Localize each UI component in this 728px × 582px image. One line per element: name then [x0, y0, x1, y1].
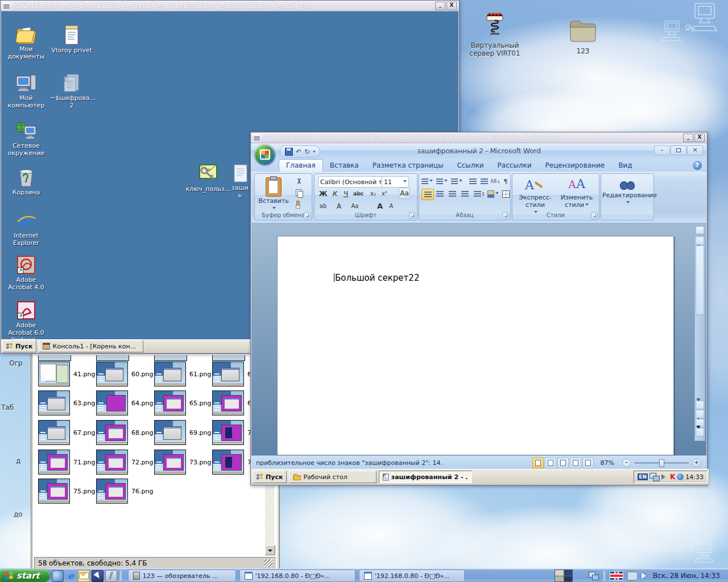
redo-icon[interactable]: ↻: [304, 148, 310, 155]
close-button[interactable]: X: [446, 2, 457, 10]
change-case-button[interactable]: Аа: [350, 201, 360, 211]
scheduler-tray-icon[interactable]: [677, 473, 684, 480]
word-minimize-button[interactable]: –: [654, 146, 670, 155]
remote2-desktop-toolbar[interactable]: Рабочий стол: [289, 471, 377, 483]
file-item[interactable]: 73.png: [154, 450, 211, 475]
draft-view-button[interactable]: [582, 458, 594, 468]
desktop-pager[interactable]: [555, 569, 573, 582]
file-item[interactable]: 75.png: [38, 479, 95, 504]
help-button[interactable]: ?: [693, 161, 702, 170]
close-button[interactable]: X: [694, 134, 705, 142]
web-layout-view-button[interactable]: [557, 458, 569, 468]
resize-grip[interactable]: [264, 559, 272, 567]
file-item[interactable]: 69.png: [154, 420, 211, 445]
cut-icon[interactable]: [295, 177, 304, 185]
paste-button[interactable]: Вставить: [257, 176, 290, 211]
remote2-start-button[interactable]: Пуск: [253, 471, 287, 483]
remote-icon-recycle-bin[interactable]: Корзина: [5, 167, 48, 196]
character-count-status[interactable]: приблизительное число знаков "зашифрован…: [256, 459, 442, 467]
bold-button[interactable]: Ж: [318, 189, 328, 199]
strikethrough-button[interactable]: abc: [353, 189, 363, 199]
italic-button[interactable]: К: [329, 189, 340, 199]
ruler-toggle-button[interactable]: [696, 226, 704, 234]
minimize-button[interactable]: _: [435, 2, 445, 10]
zoom-out-button[interactable]: –: [622, 459, 631, 467]
dialog-launcher-icon[interactable]: [409, 212, 416, 219]
remote-icon-network[interactable]: Сетевое окружение: [5, 122, 48, 157]
remote2-task-word[interactable]: W зашифрованный 2 - ...: [379, 471, 472, 483]
quicklaunch-app-icon[interactable]: [105, 570, 117, 582]
previous-page-button[interactable]: [696, 410, 704, 418]
dialog-launcher-icon[interactable]: [591, 212, 598, 219]
language-indicator[interactable]: EN: [638, 473, 648, 480]
tab-insert[interactable]: Вставка: [323, 160, 366, 172]
file-item[interactable]: 68.png: [96, 420, 153, 445]
window-system-icon[interactable]: [253, 134, 260, 142]
tab-mailings[interactable]: Рассылки: [491, 160, 539, 172]
taskbar-button-rdp2[interactable]: '192.168.0.80 - Ð□Ð»...: [359, 569, 465, 582]
quicklaunch-mail-icon[interactable]: [78, 570, 90, 582]
display-tray-icon[interactable]: [627, 571, 638, 581]
dialog-launcher-icon[interactable]: [304, 212, 311, 219]
speaker-tray-icon[interactable]: [661, 474, 668, 480]
minimize-button[interactable]: _: [683, 134, 693, 142]
window-system-icon[interactable]: [3, 2, 10, 10]
numbering-button[interactable]: [436, 176, 448, 186]
taskbar-button-123-explorer[interactable]: 123 — обозреватель ...: [128, 569, 236, 582]
file-item[interactable]: 64.png: [96, 390, 153, 415]
file-item[interactable]: 6: [212, 390, 251, 415]
save-icon[interactable]: [285, 148, 293, 156]
zoom-in-button[interactable]: +: [692, 459, 701, 467]
network-tray-icon[interactable]: [650, 473, 660, 481]
qat-customize-icon[interactable]: ▾: [313, 149, 315, 154]
zoom-slider-handle[interactable]: [659, 459, 664, 467]
office-button[interactable]: [255, 144, 275, 165]
align-left-button[interactable]: [421, 189, 434, 200]
remote-icon-acrobat4[interactable]: Adobe Acrobat 4.0: [5, 255, 48, 291]
line-spacing-button[interactable]: ↕: [474, 189, 485, 199]
host-clock[interactable]: Вск, 28 Июн, 14:33: [653, 572, 720, 580]
copy-icon[interactable]: [295, 189, 304, 197]
file-item[interactable]: 67.png: [38, 420, 95, 445]
change-styles-button[interactable]: АA Изменитьстили: [557, 177, 597, 210]
remote-icon-acrobat6[interactable]: Adobe Acrobat 6.0 Professi...: [5, 300, 48, 340]
scroll-up-button[interactable]: [696, 236, 704, 245]
file-item[interactable]: 60.png: [96, 361, 153, 386]
highlight-button[interactable]: ab: [318, 201, 328, 211]
underline-button[interactable]: Ч: [341, 189, 351, 199]
document-page[interactable]: Большой секрет22: [277, 236, 674, 455]
tab-review[interactable]: Рецензирование: [539, 160, 612, 172]
file-item[interactable]: 72.png: [96, 450, 153, 475]
align-center-button[interactable]: [434, 189, 445, 199]
quicklaunch-show-desktop-icon[interactable]: [52, 570, 64, 582]
print-layout-view-button[interactable]: [532, 458, 544, 468]
undo-icon[interactable]: ↶: [296, 148, 301, 155]
bullets-button[interactable]: [421, 176, 433, 186]
remote1-start-button[interactable]: Пуск: [2, 340, 36, 352]
clear-formatting-button[interactable]: Аа: [399, 188, 410, 199]
desktop-icon-virtual-server[interactable]: Виртуальный сервер VIRT01: [464, 13, 526, 57]
zoom-track[interactable]: [634, 462, 689, 464]
file-item[interactable]: 63.png: [38, 390, 95, 415]
quicklaunch-ie-icon[interactable]: e: [65, 571, 76, 581]
file-item[interactable]: 7: [212, 420, 251, 445]
tab-references[interactable]: Ссылки: [450, 160, 490, 172]
remote-icon-word-temp-file[interactable]: W ~$шифрова...2: [50, 73, 93, 109]
tab-home[interactable]: Главная: [279, 159, 323, 172]
file-item[interactable]: 71.png: [38, 450, 95, 475]
format-painter-icon[interactable]: [295, 200, 304, 208]
font-size-combo[interactable]: 11: [382, 176, 409, 188]
file-item[interactable]: 76.png: [96, 479, 153, 504]
fullscreen-reading-view-button[interactable]: [545, 458, 556, 468]
shading-button[interactable]: [487, 189, 499, 199]
remote-icon-internet-explorer[interactable]: e Internet Explorer: [5, 210, 48, 247]
grow-font-button[interactable]: А: [375, 201, 385, 211]
borders-button[interactable]: [500, 189, 511, 199]
show-marks-button[interactable]: ¶: [500, 176, 511, 186]
network-tray-icon[interactable]: [589, 572, 599, 580]
keyboard-layout-flag-icon[interactable]: [610, 571, 623, 580]
shrink-font-button[interactable]: А: [386, 201, 396, 211]
document-scrollbar[interactable]: [694, 235, 705, 441]
remote-icon-vtoroy-privet[interactable]: Vtoroy privet: [50, 25, 93, 54]
scroll-down-button[interactable]: [265, 545, 275, 555]
